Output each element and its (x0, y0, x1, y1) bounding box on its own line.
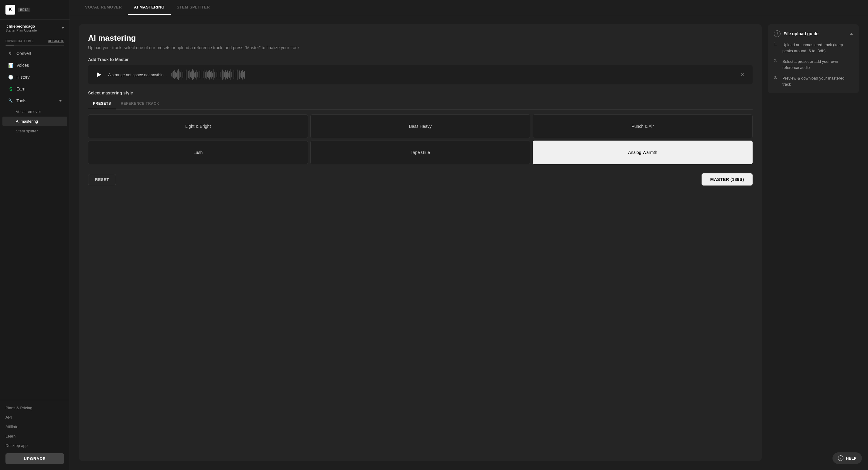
sidebar-item-label: Earn (17, 87, 26, 91)
preset-light-bright[interactable]: Light & Bright (88, 115, 308, 138)
help-icon: i (838, 456, 843, 461)
tools-left: 🔧 Tools (8, 98, 26, 103)
preset-punch-air[interactable]: Punch & Air (533, 115, 752, 138)
preset-analog-warmth[interactable]: Analog Warmth (533, 140, 752, 164)
style-tabs: PRESETS REFERENCE TRACK (88, 98, 752, 109)
step-text-3: Preview & download your mastered track (782, 75, 853, 87)
info-icon: i (774, 30, 780, 37)
track-name: A strange not space not anythin... (108, 72, 167, 77)
page-title: AI mastering (88, 33, 752, 43)
beta-badge: BETA (18, 8, 30, 12)
username: ichliebechicago (5, 24, 37, 29)
logo-icon: K (5, 5, 15, 14)
waveform-icon: 📊 (8, 63, 13, 68)
page-header: AI mastering Upload your track, select o… (88, 33, 752, 51)
preset-tape-glue[interactable]: Tape Glue (310, 140, 530, 164)
waveform-display (171, 69, 734, 80)
upgrade-button[interactable]: UPGRADE (5, 453, 64, 464)
sidebar-item-plans-pricing[interactable]: Plans & Pricing (0, 403, 69, 413)
play-button[interactable] (94, 70, 104, 80)
add-track-label: Add Track to Master (88, 57, 752, 62)
play-icon (97, 72, 101, 77)
top-nav: VOCAL REMOVER AI MASTERING STEM SPLITTER (70, 0, 868, 15)
tab-ai-mastering[interactable]: AI MASTERING (128, 0, 171, 15)
download-labels: DOWNLOAD TIME UPGRADE (5, 39, 64, 43)
page-body: AI mastering Upload your track, select o… (70, 15, 868, 470)
sidebar-header: K BETA (0, 0, 69, 20)
tab-vocal-remover[interactable]: VOCAL REMOVER (79, 0, 128, 15)
actions-row: RESET MASTER (189S) (88, 174, 752, 186)
close-button[interactable]: ✕ (738, 70, 746, 79)
upgrade-link[interactable]: UPGRADE (48, 39, 64, 43)
tools-sub-nav: Vocal remover AI mastering Stem splitter (0, 107, 69, 136)
sidebar-footer: Plans & Pricing API Affiliate Learn Desk… (0, 400, 69, 470)
sidebar-item-affiliate[interactable]: Affiliate (0, 422, 69, 432)
track-area: A strange not space not anythin... ✕ (88, 65, 752, 85)
sidebar: K BETA ichliebechicago Starter Plan Upgr… (0, 0, 70, 470)
stem-splitter-label: Stem splitter (16, 129, 38, 133)
download-time-label: DOWNLOAD TIME (5, 39, 34, 43)
sidebar-item-desktop-app[interactable]: Desktop app (0, 441, 69, 450)
tools-chevron-icon (59, 100, 62, 102)
guide-steps: 1. Upload an unmastered track (keep peak… (774, 42, 853, 87)
preset-lush[interactable]: Lush (88, 140, 308, 164)
plan-label: Starter Plan Upgrade (5, 29, 37, 32)
step-num-1: 1. (774, 42, 779, 46)
download-section: DOWNLOAD TIME UPGRADE (0, 36, 69, 48)
sidebar-item-convert[interactable]: 🎙 Convert (2, 48, 67, 59)
sidebar-item-label: Convert (17, 51, 31, 56)
dollar-icon: 💲 (8, 86, 13, 92)
help-label: HELP (846, 456, 857, 461)
tab-stem-splitter[interactable]: STEM SPLITTER (171, 0, 216, 15)
tools-label: Tools (17, 98, 26, 103)
progress-bar (5, 44, 64, 45)
step-text-2: Select a preset or add your own referenc… (782, 59, 853, 70)
master-button[interactable]: MASTER (189S) (702, 174, 752, 186)
sidebar-item-label: History (17, 75, 30, 80)
clock-icon: 🕐 (8, 74, 13, 80)
sidebar-item-voices[interactable]: 📊 Voices (2, 60, 67, 71)
sidebar-item-label: Voices (17, 63, 29, 68)
sidebar-item-ai-mastering[interactable]: AI mastering (2, 117, 67, 126)
chevron-down-icon (62, 27, 64, 29)
sidebar-item-earn[interactable]: 💲 Earn (2, 83, 67, 95)
sidebar-item-stem-splitter[interactable]: Stem splitter (2, 126, 67, 136)
guide-step-2: 2. Select a preset or add your own refer… (774, 59, 853, 70)
vocal-remover-label: Vocal remover (16, 109, 41, 114)
main-content: VOCAL REMOVER AI MASTERING STEM SPLITTER… (70, 0, 868, 470)
sidebar-item-history[interactable]: 🕐 History (2, 71, 67, 83)
preset-bass-heavy[interactable]: Bass Heavy (310, 115, 530, 138)
guide-title: File upload guide (783, 31, 818, 36)
help-button[interactable]: i HELP (833, 452, 862, 464)
logo-area: K BETA (5, 5, 30, 14)
sidebar-item-vocal-remover[interactable]: Vocal remover (2, 107, 67, 116)
presets-grid: Light & Bright Bass Heavy Punch & Air Lu… (88, 115, 752, 164)
guide-header: i File upload guide (774, 30, 853, 37)
user-section[interactable]: ichliebechicago Starter Plan Upgrade (0, 20, 69, 36)
sidebar-item-learn[interactable]: Learn (0, 432, 69, 441)
tab-reference-track[interactable]: REFERENCE TRACK (116, 98, 164, 109)
step-num-2: 2. (774, 59, 779, 63)
track-section: Add Track to Master A strange not space … (88, 57, 752, 85)
user-info: ichliebechicago Starter Plan Upgrade (5, 24, 37, 32)
main-card: AI mastering Upload your track, select o… (79, 24, 762, 461)
guide-step-1: 1. Upload an unmastered track (keep peak… (774, 42, 853, 54)
mic-icon: 🎙 (8, 51, 13, 56)
tab-presets[interactable]: PRESETS (88, 98, 116, 109)
select-style-label: Select mastering style (88, 91, 752, 95)
reset-button[interactable]: RESET (88, 174, 116, 185)
page-subtitle: Upload your track, select one of our pre… (88, 44, 752, 51)
guide-step-3: 3. Preview & download your mastered trac… (774, 75, 853, 87)
chevron-up-icon (850, 33, 853, 35)
main-nav: 🎙 Convert 📊 Voices 🕐 History 💲 Earn 🔧 To… (0, 48, 69, 136)
style-section: Select mastering style PRESETS REFERENCE… (88, 91, 752, 164)
collapse-button[interactable] (850, 33, 853, 35)
ai-mastering-label: AI mastering (16, 119, 38, 124)
side-panel: i File upload guide 1. Upload an unmaste… (768, 24, 859, 461)
step-num-3: 3. (774, 75, 779, 80)
progress-fill (5, 44, 14, 45)
step-text-1: Upload an unmastered track (keep peaks a… (782, 42, 853, 54)
guide-title-row: i File upload guide (774, 30, 818, 37)
sidebar-item-tools[interactable]: 🔧 Tools (2, 95, 67, 106)
sidebar-item-api[interactable]: API (0, 413, 69, 422)
